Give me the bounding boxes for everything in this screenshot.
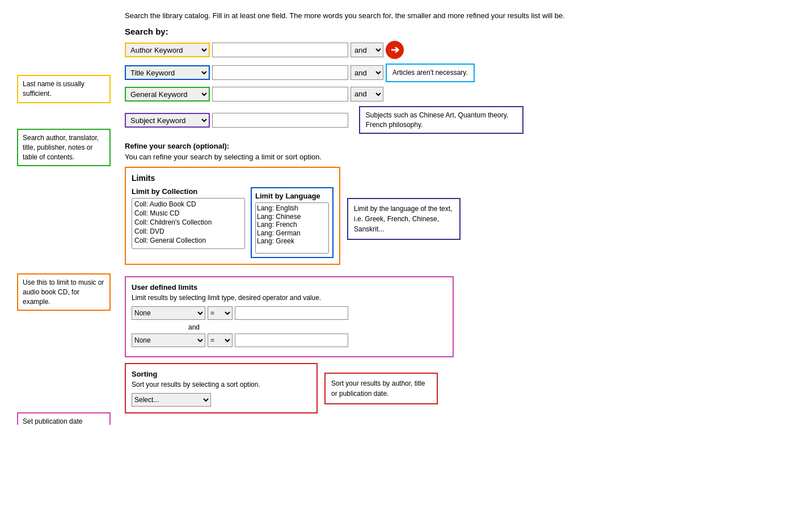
annotation-green: Search author, translator, title, publis… (17, 129, 111, 166)
content-col: Search by: Author Keyword Title Keyword … (125, 27, 783, 413)
ud-input-1[interactable] (235, 306, 348, 320)
ud-op-1[interactable]: = < > (208, 306, 233, 320)
sort-select[interactable]: Select... Author Title Publication Date (132, 393, 211, 407)
search-button-arrow-icon: ➔ (391, 44, 399, 56)
annotation-pink: Set publication date parameters. (17, 412, 111, 425)
annotation-yellow: Last name is usually sufficient. (17, 75, 111, 103)
limit-by-language-label: Limit by Language (255, 192, 329, 200)
annotation-yellow-text: Last name is usually sufficient. (23, 80, 85, 98)
and-dropdown-3[interactable]: and or not (350, 87, 383, 102)
ud-op-2[interactable]: = < > (208, 333, 233, 347)
refine-sub: You can refine your search by selecting … (125, 153, 783, 161)
limits-title: Limits (132, 174, 333, 183)
search-input-3[interactable] (212, 87, 348, 102)
sorting-outer: Sorting Sort your results by selecting a… (125, 363, 318, 413)
search-dropdown-1[interactable]: Author Keyword Title Keyword General Key… (125, 43, 210, 57)
ud-select-2[interactable]: None Publication Date Language (132, 333, 205, 347)
callout-articles: Articles aren't necessary. (386, 64, 475, 82)
and-dropdown-2[interactable]: and or not (350, 65, 383, 80)
search-row-3: Author Keyword Title Keyword General Key… (125, 87, 783, 102)
ud-row-1: None Publication Date Language = < > (132, 306, 447, 320)
search-dropdown-2[interactable]: Author Keyword Title Keyword General Key… (125, 65, 210, 80)
ud-and-text: and (188, 323, 447, 331)
search-row-2: Author Keyword Title Keyword General Key… (125, 64, 783, 82)
ud-select-1[interactable]: None Publication Date Language (132, 306, 205, 320)
refine-label: Refine your search (optional): (125, 142, 783, 150)
page-container: Search the library catalog. Fill in at l… (11, 11, 783, 413)
search-row-1: Author Keyword Title Keyword General Key… (125, 41, 783, 59)
user-defined-outer: User defined limits Limit results by sel… (125, 276, 454, 357)
main-layout: Last name is usually sufficient. Search … (11, 27, 783, 413)
search-input-2[interactable] (212, 65, 348, 80)
ud-row-2: None Publication Date Language = < > (132, 333, 447, 347)
annotation-orange: Use this to limit to music or audio book… (17, 273, 111, 311)
limit-by-language-box: Limit by Language Lang: English Lang: Ch… (251, 187, 333, 258)
search-by-label: Search by: (125, 27, 783, 36)
annotation-pink-text: Set publication date parameters. (23, 417, 82, 425)
limit-by-collection-label: Limit by Collection (132, 187, 245, 196)
search-dropdown-4[interactable]: Author Keyword Title Keyword General Key… (125, 113, 210, 128)
callout-subjects: Subjects such as Chinese Art, Quantum th… (359, 106, 523, 134)
annotation-green-text: Search author, translator, title, publis… (23, 134, 99, 161)
annotation-orange-text: Use this to limit to music or audio book… (23, 278, 104, 306)
sort-title: Sorting (132, 370, 311, 378)
search-button[interactable]: ➔ (386, 41, 404, 59)
language-listbox[interactable]: Lang: English Lang: Chinese Lang: French… (255, 202, 329, 254)
search-input-1[interactable] (212, 43, 348, 57)
callout-language: Limit by the language of the text, i.e. … (347, 198, 461, 240)
limits-outer: Limits Limit by Collection Coll: Audio B… (125, 167, 340, 265)
limits-inner-row: Limit by Collection Coll: Audio Book CD … (132, 187, 333, 258)
intro-text: Search the library catalog. Fill in at l… (125, 11, 783, 20)
collection-listbox[interactable]: Coll: Audio Book CD Coll: Music CD Coll:… (132, 198, 245, 249)
sort-sub: Sort your results by selecting a sort op… (132, 381, 311, 389)
sorting-row-outer: Sorting Sort your results by selecting a… (125, 363, 783, 413)
annotations-col: Last name is usually sufficient. Search … (11, 27, 125, 413)
search-row-4: Author Keyword Title Keyword General Key… (125, 106, 783, 134)
and-dropdown-1[interactable]: and or not (350, 43, 383, 57)
ud-input-2[interactable] (235, 333, 348, 347)
search-dropdown-3[interactable]: Author Keyword Title Keyword General Key… (125, 87, 210, 102)
ud-title: User defined limits (132, 283, 447, 292)
ud-sub: Limit results by selecting limit type, d… (132, 294, 447, 302)
limit-by-collection-section: Limit by Collection Coll: Audio Book CD … (132, 187, 245, 258)
limits-row-outer: Limits Limit by Collection Coll: Audio B… (125, 167, 783, 271)
search-input-4[interactable] (212, 113, 348, 128)
callout-sort: Sort your results by author, title or pu… (324, 373, 438, 404)
